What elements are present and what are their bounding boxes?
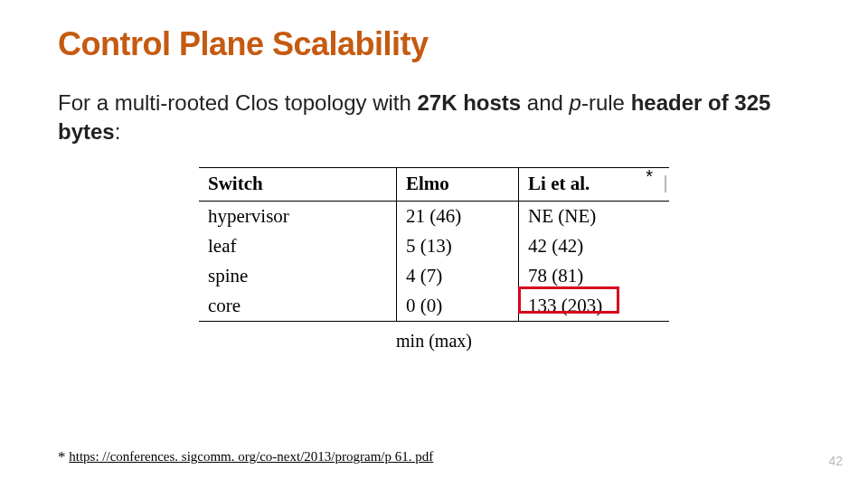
th-switch: Switch [199, 167, 396, 201]
intro-mid1: and [521, 90, 569, 115]
table-row: core 0 (0) 133 (203) [199, 291, 669, 322]
table-caption: min (max) [199, 331, 669, 352]
th-elmo: Elmo [396, 167, 518, 201]
table-row: leaf 5 (13) 42 (42) [199, 231, 669, 261]
footnote: * https: //conferences. sigcomm. org/co-… [58, 448, 433, 466]
table-row: spine 4 (7) 78 (81) [199, 261, 669, 291]
cell-li: 78 (81) [519, 261, 669, 291]
cell-elmo: 5 (13) [396, 231, 518, 261]
cell-switch: core [199, 291, 396, 322]
th-li-label: Li et al. [528, 173, 590, 194]
intro-text: For a multi-rooted Clos topology with 27… [58, 89, 810, 147]
table-row: hypervisor 21 (46) NE (NE) [199, 201, 669, 231]
th-li: Li et al. * | [519, 167, 669, 201]
footnote-link[interactable]: https: //conferences. sigcomm. org/co-ne… [69, 449, 433, 464]
page-number: 42 [828, 454, 843, 468]
cell-switch: hypervisor [199, 201, 396, 231]
intro-pre: For a multi-rooted Clos topology with [58, 90, 418, 115]
cell-elmo: 0 (0) [396, 291, 518, 322]
page-title: Control Plane Scalability [58, 25, 810, 63]
cell-elmo: 4 (7) [396, 261, 518, 291]
cell-li-highlight: 133 (203) [519, 291, 669, 322]
table-header-row: Switch Elmo Li et al. * | [199, 167, 669, 201]
cell-elmo: 21 (46) [396, 201, 518, 231]
cell-switch: leaf [199, 231, 396, 261]
cell-li: NE (NE) [519, 201, 669, 231]
cell-switch: spine [199, 261, 396, 291]
intro-post: : [115, 119, 121, 144]
slide: Control Plane Scalability For a multi-ro… [0, 0, 868, 488]
table-wrap: Switch Elmo Li et al. * | hypervisor 21 … [199, 167, 669, 352]
results-table: Switch Elmo Li et al. * | hypervisor 21 … [199, 167, 669, 322]
intro-p: p [570, 90, 581, 115]
footnote-star: * [58, 448, 66, 465]
intro-mid2: -rule [581, 90, 631, 115]
intro-hosts: 27K hosts [418, 90, 522, 115]
cell-li: 42 (42) [519, 231, 669, 261]
asterisk-icon: * [646, 166, 653, 187]
divider-bar: | [664, 172, 667, 192]
